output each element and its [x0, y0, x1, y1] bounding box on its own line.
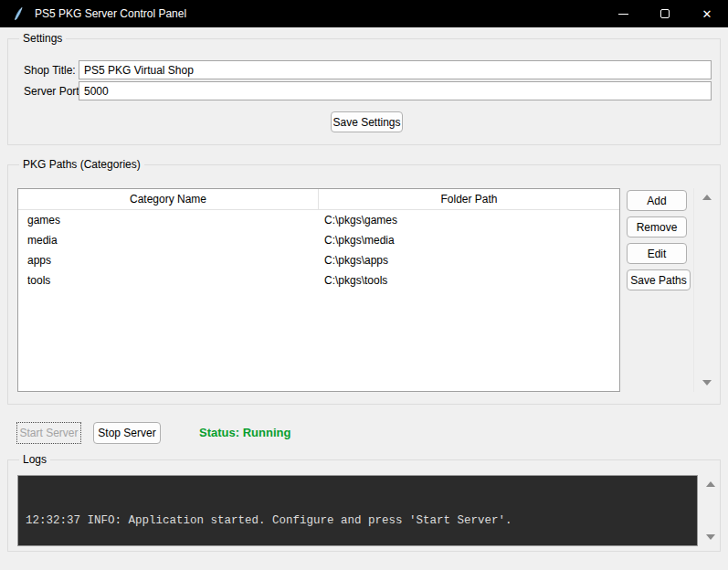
app-window: PS5 PKG Server Control Panel ✕ Settings … [0, 0, 728, 570]
category-cell: games [18, 214, 319, 227]
table-row[interactable]: media C:\pkgs\media [18, 230, 619, 250]
stop-server-button[interactable]: Stop Server [93, 422, 161, 444]
path-cell: C:\pkgs\apps [319, 254, 619, 267]
scroll-up-icon[interactable] [706, 481, 715, 487]
scroll-up-icon[interactable] [702, 195, 712, 200]
table-header-row: Category Name Folder Path [18, 189, 619, 210]
logs-legend: Logs [19, 453, 50, 467]
status-label: Status: Running [199, 426, 290, 439]
log-console[interactable]: 12:32:37 INFO: Application started. Conf… [17, 475, 698, 546]
column-header-category-name[interactable]: Category Name [18, 189, 319, 209]
log-line: 12:32:37 INFO: Application started. Conf… [26, 512, 690, 529]
table-row[interactable]: apps C:\pkgs\apps [18, 250, 619, 270]
minimize-button[interactable] [602, 0, 644, 27]
window-title: PS5 PKG Server Control Panel [35, 7, 186, 20]
scroll-down-icon[interactable] [706, 534, 715, 540]
path-cell: C:\pkgs\tools [319, 274, 619, 287]
remove-button[interactable]: Remove [627, 216, 687, 238]
server-port-input[interactable] [79, 81, 712, 100]
save-settings-button[interactable]: Save Settings [331, 111, 403, 132]
category-cell: media [18, 234, 319, 247]
server-port-label: Server Port: [24, 85, 82, 98]
scroll-down-icon[interactable] [702, 380, 712, 385]
table-row[interactable]: tools C:\pkgs\tools [18, 270, 619, 290]
window-controls: ✕ [602, 0, 728, 27]
category-cell: tools [18, 274, 319, 287]
table-scrollbar[interactable] [693, 188, 719, 392]
maximize-button[interactable] [644, 0, 686, 27]
pkg-paths-legend: PKG Paths (Categories) [19, 158, 144, 172]
path-cell: C:\pkgs\media [319, 234, 619, 247]
settings-group: Settings Shop Title: Server Port: Save S… [7, 38, 721, 145]
add-button[interactable]: Add [627, 190, 687, 211]
start-server-button[interactable]: Start Server [16, 422, 81, 444]
categories-table[interactable]: Category Name Folder Path games C:\pkgs\… [17, 188, 620, 392]
maximize-icon [660, 9, 670, 18]
settings-legend: Settings [19, 32, 66, 46]
logs-scrollbar[interactable] [698, 475, 720, 546]
edit-button[interactable]: Edit [627, 243, 687, 264]
close-icon: ✕ [702, 8, 712, 20]
shop-title-label: Shop Title: [24, 64, 76, 77]
close-button[interactable]: ✕ [686, 0, 728, 27]
tk-feather-icon [11, 6, 26, 21]
column-header-folder-path[interactable]: Folder Path [319, 189, 619, 209]
path-cell: C:\pkgs\games [319, 214, 619, 227]
pkg-paths-group: PKG Paths (Categories) Category Name Fol… [7, 164, 721, 405]
table-row[interactable]: games C:\pkgs\games [18, 210, 619, 230]
logs-group: Logs 12:32:37 INFO: Application started.… [7, 459, 721, 552]
category-cell: apps [18, 254, 319, 267]
save-paths-button[interactable]: Save Paths [627, 269, 691, 290]
titlebar: PS5 PKG Server Control Panel ✕ [0, 0, 728, 27]
shop-title-input[interactable] [79, 60, 712, 79]
minimize-icon [618, 14, 628, 15]
